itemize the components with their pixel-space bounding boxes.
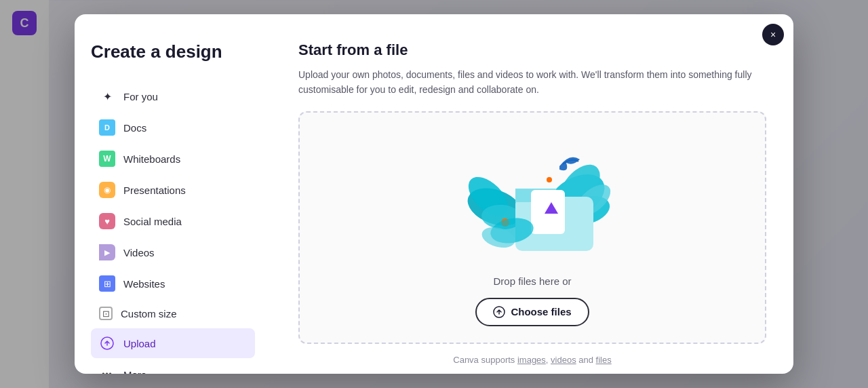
whiteboards-icon: W — [99, 151, 115, 167]
modal-sidebar: Create a design ✦ For you D Docs W White… — [75, 14, 271, 374]
more-icon: ••• — [99, 366, 115, 374]
upload-btn-icon — [493, 306, 505, 318]
modal-main-content: Start from a file Upload your own photos… — [271, 14, 793, 374]
custom-size-icon: ⊡ — [99, 307, 113, 320]
presentations-icon: ◉ — [99, 182, 115, 198]
videos-link[interactable]: videos — [551, 355, 576, 365]
files-link[interactable]: files — [596, 355, 612, 365]
modal-title: Create a design — [91, 41, 255, 62]
choose-files-button[interactable]: Choose files — [475, 298, 589, 326]
upload-illustration — [444, 129, 620, 265]
nav-label-videos: Videos — [123, 247, 155, 258]
nav-item-for-you[interactable]: ✦ For you — [91, 81, 255, 111]
nav-item-docs[interactable]: D Docs — [91, 113, 255, 142]
supports-text: Canva supports images, videos and files — [298, 355, 766, 365]
nav-label-whiteboards: Whiteboards — [123, 153, 180, 165]
videos-icon: ▶ — [99, 244, 115, 260]
content-title: Start from a file — [298, 41, 766, 59]
close-button[interactable]: × — [762, 24, 784, 45]
upload-drop-area[interactable]: Drop files here or Choose files — [298, 111, 766, 344]
nav-label-docs: Docs — [123, 122, 146, 134]
docs-icon: D — [99, 119, 115, 136]
nav-label-custom-size: Custom size — [121, 308, 177, 319]
modal-backdrop: × Create a design ✦ For you D Docs W Whi… — [0, 0, 868, 388]
drop-files-text: Drop files here or — [493, 275, 571, 287]
supports-prefix: Canva supports — [453, 355, 517, 365]
images-link[interactable]: images — [517, 355, 546, 365]
nav-item-more[interactable]: ••• More — [91, 360, 255, 374]
nav-item-social-media[interactable]: ♥ Social media — [91, 206, 255, 236]
for-you-icon: ✦ — [99, 88, 115, 104]
content-description: Upload your own photos, documents, files… — [298, 67, 760, 98]
websites-icon: ⊞ — [99, 275, 115, 292]
nav-label-for-you: For you — [123, 91, 158, 102]
nav-item-videos[interactable]: ▶ Videos — [91, 237, 255, 267]
nav-item-custom-size[interactable]: ⊡ Custom size — [91, 300, 255, 327]
choose-files-label: Choose files — [511, 306, 571, 317]
nav-label-more: More — [123, 369, 146, 374]
nav-item-presentations[interactable]: ◉ Presentations — [91, 175, 255, 205]
nav-label-websites: Websites — [123, 278, 165, 290]
nav-item-upload[interactable]: Upload — [91, 328, 255, 358]
nav-label-upload: Upload — [123, 338, 156, 349]
create-design-modal: × Create a design ✦ For you D Docs W Whi… — [75, 14, 793, 374]
upload-icon — [99, 335, 115, 351]
nav-label-social-media: Social media — [123, 216, 182, 227]
nav-item-whiteboards[interactable]: W Whiteboards — [91, 144, 255, 174]
nav-item-websites[interactable]: ⊞ Websites — [91, 269, 255, 298]
social-media-icon: ♥ — [99, 213, 115, 229]
svg-point-10 — [547, 177, 552, 182]
nav-label-presentations: Presentations — [123, 185, 186, 196]
